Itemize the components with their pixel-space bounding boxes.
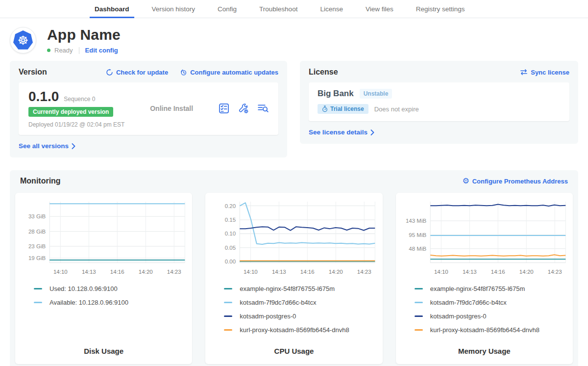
refresh-icon [106,69,113,76]
edit-config-link[interactable]: Edit config [85,47,118,54]
version-card: Version Check for update [10,61,287,157]
svg-text:0.00: 0.00 [225,259,236,264]
memory-usage-plot: 48 MiB95 MiB143 MiB14:1014:1314:1614:201… [402,199,567,279]
svg-text:23 GiB: 23 GiB [28,243,46,249]
svg-text:14:10: 14:10 [434,269,448,275]
legend-item: Available: 10.128.0.96:9100 [34,299,186,306]
legend-item: Used: 10.128.0.96:9100 [34,285,186,292]
preflight-checks-icon[interactable] [219,103,229,114]
legend-item: example-nginx-54f8f76755-l675m [415,285,567,292]
legend-swatch-icon [224,315,232,317]
sync-license-link[interactable]: Sync license [520,69,569,76]
deployed-timestamp: Deployed 01/19/22 @ 02:04 pm EST [28,121,124,128]
chart-title: Disk Usage [21,340,186,355]
see-all-versions-link[interactable]: See all versions [19,142,75,150]
svg-text:0.20: 0.20 [225,203,236,209]
version-sequence: Sequence 0 [64,96,95,103]
legend-swatch-icon [415,329,423,331]
clock-refresh-icon [180,69,187,76]
trial-license-badge: Trial license [318,104,368,114]
configure-automatic-updates-link[interactable]: Configure automatic updates [180,69,278,76]
license-name: Big Bank [318,89,354,99]
see-license-details-link[interactable]: See license details [309,129,374,136]
configure-prometheus-link[interactable]: ⚙ Configure Prometheus Address [462,177,568,185]
tab-view-files[interactable]: View files [361,0,398,18]
svg-text:28 GiB: 28 GiB [28,229,46,235]
legend-swatch-icon [224,288,232,289]
svg-text:14:20: 14:20 [329,269,343,275]
chart-title: Memory Usage [402,340,567,355]
disk-usage-chart-card: 19 GiB23 GiB28 GiB33 GiB14:1014:1314:161… [15,193,192,364]
cpu-usage-legend: example-nginx-54f8f76755-l675mkotsadm-7f… [224,285,376,340]
legend-item: kotsadm-postgres-0 [224,313,376,320]
svg-text:14:16: 14:16 [490,269,505,275]
wrench-gear-icon[interactable] [238,103,249,114]
check-for-update-link[interactable]: Check for update [106,69,168,76]
top-nav: Dashboard Version history Config Trouble… [0,0,588,18]
disk-usage-plot: 19 GiB23 GiB28 GiB33 GiB14:1014:1314:161… [21,199,186,279]
memory-usage-chart-card: 48 MiB95 MiB143 MiB14:1014:1314:1614:201… [396,193,573,364]
svg-text:14:13: 14:13 [82,269,96,275]
monitoring-title: Monitoring [20,177,61,185]
svg-text:14:20: 14:20 [519,269,534,275]
tab-registry-settings[interactable]: Registry settings [411,0,470,18]
app-header: ☸ App Name Ready Edit config [0,18,588,59]
legend-label: kurl-proxy-kotsadm-8569fb6454-dnvh8 [430,326,539,334]
sync-arrows-icon [520,69,528,76]
legend-item: kotsadm-7f9dc7d66c-b4tcx [224,299,376,306]
legend-label: Used: 10.128.0.96:9100 [49,285,118,292]
svg-text:14:23: 14:23 [547,269,562,275]
legend-label: example-nginx-54f8f76755-l675m [430,285,525,292]
tab-dashboard[interactable]: Dashboard [90,0,134,18]
svg-text:14:16: 14:16 [300,269,315,275]
install-type: Online Install [150,105,193,112]
svg-text:14:10: 14:10 [53,269,68,275]
version-number: 0.1.0 [28,89,59,105]
legend-item: kurl-proxy-kotsadm-8569fb6454-dnvh8 [415,326,567,334]
legend-item: kotsadm-7f9dc7d66c-b4tcx [415,299,567,306]
legend-item: kurl-proxy-kotsadm-8569fb6454-dnvh8 [224,326,376,334]
license-expiry: Does not expire [374,105,419,113]
cpu-usage-plot: 0.000.050.100.150.2014:1014:1314:1614:20… [211,199,376,279]
license-card-title: License [309,68,338,77]
page-title: App Name [47,26,121,43]
deployed-badge: Currently deployed version [28,107,113,117]
kubernetes-logo-icon: ☸ [13,30,33,50]
svg-text:14:13: 14:13 [272,269,286,275]
svg-text:0.15: 0.15 [225,217,236,223]
svg-text:33 GiB: 33 GiB [28,213,46,219]
stopwatch-icon [322,105,328,112]
tab-license[interactable]: License [315,0,348,18]
legend-label: example-nginx-54f8f76755-l675m [240,285,335,292]
legend-label: kotsadm-postgres-0 [430,313,487,320]
legend-swatch-icon [34,302,42,303]
svg-text:14:23: 14:23 [167,269,181,275]
app-avatar: ☸ [10,27,36,53]
legend-swatch-icon [34,288,42,289]
svg-text:95 MiB: 95 MiB [409,232,426,238]
legend-label: kotsadm-postgres-0 [240,313,296,320]
disk-usage-legend: Used: 10.128.0.96:9100Available: 10.128.… [34,285,186,313]
legend-swatch-icon [415,302,423,303]
legend-item: kotsadm-postgres-0 [415,313,567,320]
legend-swatch-icon [224,302,232,303]
status-text: Ready [54,47,73,54]
legend-swatch-icon [415,315,423,317]
cpu-usage-chart-card: 0.000.050.100.150.2014:1014:1314:1614:20… [205,193,382,364]
chevron-right-icon [72,143,75,149]
tab-troubleshoot[interactable]: Troubleshoot [254,0,302,18]
tab-config[interactable]: Config [213,0,242,18]
legend-label: kotsadm-7f9dc7d66c-b4tcx [430,299,507,306]
channel-badge: Unstable [360,89,392,99]
svg-text:0.05: 0.05 [225,245,236,251]
chevron-right-icon [370,130,374,135]
view-logs-icon[interactable] [258,104,269,113]
legend-swatch-icon [415,288,423,289]
monitoring-section: Monitoring ⚙ Configure Prometheus Addres… [10,170,578,366]
gear-icon: ⚙ [462,177,469,185]
svg-text:14:16: 14:16 [110,269,124,275]
current-version-block: 0.1.0 Sequence 0 Currently deployed vers… [28,89,124,128]
svg-text:14:10: 14:10 [244,269,258,275]
tab-version-history[interactable]: Version history [147,0,200,18]
svg-text:14:23: 14:23 [357,269,371,275]
